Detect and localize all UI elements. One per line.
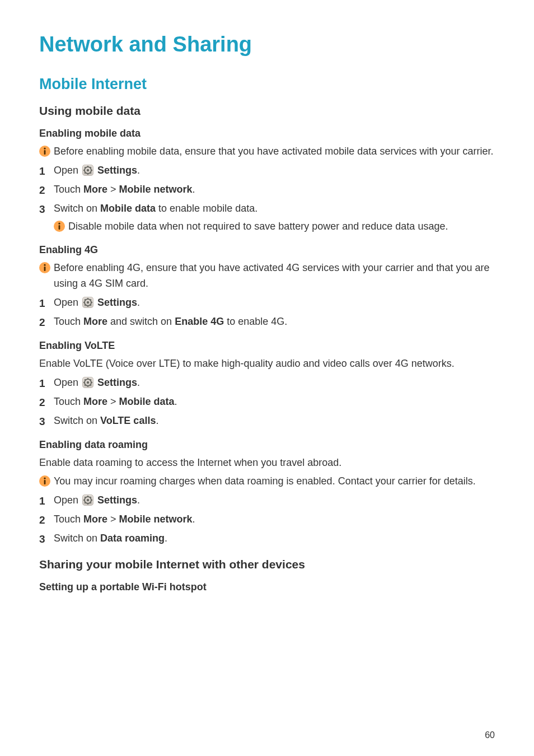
step-text: Open Settings. — [54, 377, 140, 388]
text-frag: . — [137, 165, 140, 176]
text-frag: Switch on — [54, 533, 100, 544]
step-number: 2 — [39, 314, 50, 330]
step-number: 2 — [39, 182, 50, 198]
step-item: 3 Switch on Mobile data to enable mobile… — [39, 201, 495, 235]
step-number: 1 — [39, 295, 50, 311]
steps-mobile-data: 1 Open Settings. 2 Touch More > Mobile n… — [39, 163, 495, 235]
text-frag: Switch on — [54, 415, 100, 426]
heading-sharing: Sharing your mobile Internet with other … — [39, 558, 495, 571]
step-number: 3 — [39, 531, 50, 547]
step-number: 1 — [39, 493, 50, 509]
document-page: Network and Sharing Mobile Internet Usin… — [0, 0, 534, 756]
text-frag: > — [107, 184, 119, 195]
heading-using-mobile-data: Using mobile data — [39, 104, 495, 118]
steps-volte: 1 Open Settings. 2 Touch More > Mobile d… — [39, 375, 495, 429]
step-text: Switch on Data roaming. — [54, 533, 167, 544]
ui-label: Mobile data — [119, 396, 175, 407]
step-text: Touch More > Mobile network. — [54, 514, 195, 525]
info-icon — [39, 146, 50, 157]
step-text: Open Settings. — [54, 494, 140, 506]
settings-app-icon — [82, 297, 93, 308]
ui-label: More — [83, 184, 107, 195]
step-item: 3 Switch on Data roaming. — [39, 531, 495, 547]
text-frag: Open — [54, 165, 81, 176]
text-frag: . — [137, 297, 140, 308]
ui-label: More — [83, 316, 107, 327]
text-frag: Switch on — [54, 203, 100, 214]
step-item: 1 Open Settings. — [39, 375, 495, 391]
step-item: 2 Touch More > Mobile data. — [39, 394, 495, 410]
steps-data-roaming: 1 Open Settings. 2 Touch More > Mobile n… — [39, 493, 495, 547]
app-name: Settings — [97, 377, 137, 388]
info-icon — [39, 475, 50, 487]
text-frag: to enable 4G. — [224, 316, 287, 327]
text-frag: . — [137, 494, 140, 506]
ui-label: More — [83, 396, 107, 407]
info-text: Before enabling mobile data, ensure that… — [54, 144, 495, 160]
app-name: Settings — [97, 165, 137, 176]
step-item: 1 Open Settings. — [39, 493, 495, 508]
steps-4g: 1 Open Settings. 2 Touch More and switch… — [39, 295, 495, 330]
text-frag: Touch — [54, 184, 83, 195]
step-item: 1 Open Settings. — [39, 295, 495, 311]
heading-hotspot: Setting up a portable Wi-Fi hotspot — [39, 581, 495, 593]
step-item: 2 Touch More and switch on Enable 4G to … — [39, 314, 495, 330]
step-number: 1 — [39, 163, 50, 179]
text-frag: and switch on — [107, 316, 175, 327]
ui-label: Mobile network — [119, 184, 193, 195]
info-text: You may incur roaming charges when data … — [54, 474, 495, 489]
step-text: Switch on VoLTE calls. — [54, 415, 158, 426]
text-frag: > — [107, 514, 119, 525]
settings-app-icon — [82, 165, 93, 176]
text-frag: . — [193, 184, 195, 195]
step-text: Open Settings. — [54, 165, 140, 176]
info-icon — [54, 221, 65, 232]
text-frag: Open — [54, 377, 81, 388]
step-item: 3 Switch on VoLTE calls. — [39, 413, 495, 429]
app-name: Settings — [97, 297, 137, 308]
step-number: 3 — [39, 201, 50, 217]
step-number: 1 — [39, 375, 50, 391]
text-frag: Touch — [54, 316, 83, 327]
text-frag: to enable mobile data. — [156, 203, 257, 214]
text-frag: Open — [54, 494, 81, 506]
chapter-title: Network and Sharing — [39, 32, 495, 57]
info-note-disable-data: Disable mobile data when not required to… — [54, 219, 495, 235]
step-text: Switch on Mobile data to enable mobile d… — [54, 203, 257, 214]
text-frag: > — [107, 396, 119, 407]
text-frag: Open — [54, 297, 81, 308]
text-frag: . — [165, 533, 167, 544]
paragraph-data-roaming: Enable data roaming to access the Intern… — [39, 455, 495, 471]
step-number: 3 — [39, 413, 50, 430]
page-number: 60 — [485, 730, 495, 740]
ui-label: VoLTE calls — [100, 415, 156, 426]
ui-label: Enable 4G — [175, 316, 224, 327]
info-text: Disable mobile data when not required to… — [68, 219, 495, 235]
section-title: Mobile Internet — [39, 76, 495, 93]
step-number: 2 — [39, 512, 50, 528]
info-note-mobile-data: Before enabling mobile data, ensure that… — [39, 144, 495, 160]
paragraph-volte: Enable VoLTE (Voice over LTE) to make hi… — [39, 356, 495, 372]
text-frag: Touch — [54, 514, 83, 525]
settings-app-icon — [82, 377, 93, 388]
step-text: Open Settings. — [54, 297, 140, 308]
step-text: Touch More > Mobile network. — [54, 184, 195, 195]
ui-label: Data roaming — [100, 533, 165, 544]
step-text: Touch More > Mobile data. — [54, 396, 177, 407]
heading-enabling-4g: Enabling 4G — [39, 244, 495, 256]
text-frag: . — [156, 415, 158, 426]
text-frag: . — [193, 514, 195, 525]
info-icon — [39, 262, 50, 273]
step-item: 1 Open Settings. — [39, 163, 495, 179]
text-frag: . — [137, 377, 140, 388]
step-item: 2 Touch More > Mobile network. — [39, 182, 495, 198]
text-frag: Touch — [54, 396, 83, 407]
info-text: Before enabling 4G, ensure that you have… — [54, 260, 495, 292]
heading-enabling-data-roaming: Enabling data roaming — [39, 439, 495, 451]
heading-enabling-volte: Enabling VoLTE — [39, 340, 495, 352]
step-item: 2 Touch More > Mobile network. — [39, 512, 495, 528]
step-text: Touch More and switch on Enable 4G to en… — [54, 316, 287, 327]
settings-app-icon — [82, 494, 93, 506]
ui-label: Mobile network — [119, 514, 193, 525]
ui-label: Mobile data — [100, 203, 156, 214]
